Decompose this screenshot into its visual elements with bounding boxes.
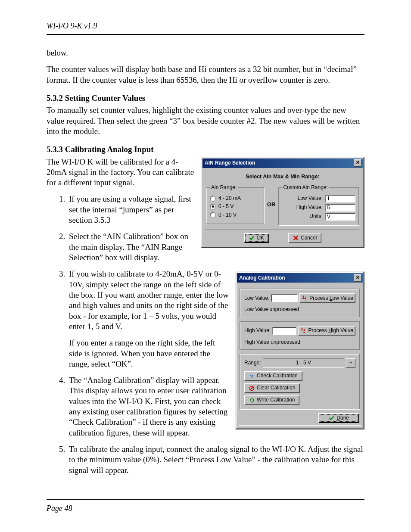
low-value-label: Low Value:	[244, 295, 269, 302]
process-high-value-button[interactable]: Process High Value	[298, 326, 355, 336]
low-value-input[interactable]	[325, 195, 355, 202]
heading-533: 5.3.3 Calibrating Analog Input	[47, 144, 364, 155]
range-label: Range:	[244, 360, 261, 366]
range-panel: Range: 1 - 5 V .. ? Check Calibration	[240, 354, 360, 410]
run-icon	[302, 296, 307, 301]
radio-label: 0 - 10 V	[218, 212, 237, 218]
paragraph-below: below.	[47, 48, 364, 58]
question-icon: ?	[249, 373, 255, 379]
range-value: 1 - 5 V	[263, 358, 344, 368]
process-low-label: Process Low Value	[309, 295, 353, 302]
check-icon	[249, 235, 255, 241]
radio-label: 4 - 20 mA	[218, 195, 241, 202]
process-high-label: Process High Value	[308, 327, 353, 334]
x-icon	[293, 235, 299, 241]
high-value-input[interactable]	[325, 204, 355, 212]
step-3: Analog Calibration ✕ Low Value: Process …	[67, 269, 364, 369]
check-icon	[329, 415, 334, 421]
step-2: Select the “AIN Calibration” box on the …	[67, 231, 211, 263]
dialog-title: Analog Calibration	[239, 275, 285, 281]
write-calibration-label: Write Calibration	[257, 397, 295, 403]
close-icon[interactable]: ✕	[354, 159, 361, 167]
done-label: Done	[336, 415, 349, 421]
recycle-icon	[249, 398, 255, 403]
high-value-status: High Value unprocessed	[244, 339, 355, 345]
ain-range-selection-dialog: AIN Range Selection ✕ Select Ain Max & M…	[201, 157, 364, 249]
high-value-panel: High Value: Process High Value High Valu…	[240, 321, 360, 350]
svg-point-1	[302, 328, 303, 329]
paragraph-533-intro: The WI-I/O K will be calibrated for a 4-…	[47, 157, 206, 188]
range-browse-button[interactable]: ..	[346, 358, 355, 368]
separator	[239, 425, 361, 425]
radio-icon	[210, 212, 216, 218]
svg-point-0	[303, 296, 304, 297]
dialog-heading: Select Ain Max & Min Range:	[205, 173, 360, 180]
low-value-input[interactable]	[271, 294, 298, 302]
step-5: To calibrate the analog input, connect t…	[67, 444, 364, 476]
top-rule	[47, 34, 364, 35]
clear-calibration-label: Clear Calibration	[257, 385, 295, 391]
clear-calibration-button[interactable]: Clear Calibration	[244, 383, 300, 393]
high-value-label: High Value:	[296, 204, 323, 211]
step-1: If you are using a voltage signal, first…	[67, 194, 211, 225]
ok-button[interactable]: OK	[244, 233, 269, 243]
units-label: Units:	[309, 213, 323, 220]
or-label: OR	[265, 201, 277, 208]
dialog-titlebar[interactable]: AIN Range Selection ✕	[202, 159, 363, 168]
radio-icon	[210, 204, 216, 210]
svg-text:?: ?	[250, 373, 253, 379]
dialog-title: AIN Range Selection	[205, 160, 255, 166]
custom-range-legend: Custom Ain Range:	[282, 184, 329, 191]
cancel-label: Cancel	[301, 235, 317, 241]
paragraph-532: To manually set counter values, highligh…	[47, 105, 364, 137]
paragraph-counter: The counter values will display both bas…	[47, 64, 364, 85]
low-value-panel: Low Value: Process Low Value Low Value u…	[240, 289, 360, 317]
radio-icon	[210, 196, 216, 202]
dialog-titlebar[interactable]: Analog Calibration ✕	[237, 273, 363, 283]
check-calibration-label: Check Calibration	[257, 373, 298, 379]
done-button[interactable]: Done	[318, 413, 359, 423]
process-low-value-button[interactable]: Process Low Value	[299, 293, 355, 303]
step-3-text: If you wish to calibrate to 4-20mA, 0-5V…	[69, 269, 229, 331]
bottom-rule	[47, 499, 364, 500]
units-input[interactable]	[325, 213, 355, 221]
radio-label: 0 - 5 V	[218, 203, 234, 210]
low-value-status: Low Value unprocessed	[244, 306, 355, 313]
running-head: WI-I/O 9-K v1.9	[47, 22, 364, 31]
svg-line-4	[250, 386, 253, 389]
high-value-label: High Value:	[244, 327, 271, 334]
cancel-button[interactable]: Cancel	[288, 233, 321, 243]
check-calibration-button[interactable]: ? Check Calibration	[244, 371, 302, 381]
close-icon[interactable]: ✕	[354, 274, 361, 282]
ok-label: OK	[257, 235, 264, 241]
page-number: Page 48	[47, 504, 364, 513]
radio-4-20ma[interactable]: 4 - 20 mA	[210, 195, 261, 202]
low-value-label: Low Value:	[298, 195, 323, 202]
run-icon	[300, 328, 306, 333]
high-value-input[interactable]	[272, 327, 296, 335]
ain-range-legend: Ain Range:	[210, 184, 238, 191]
heading-532: 5.3.2 Setting Counter Values	[47, 93, 364, 103]
no-icon	[249, 386, 255, 391]
analog-calibration-dialog: Analog Calibration ✕ Low Value: Process …	[235, 271, 364, 429]
radio-0-10v[interactable]: 0 - 10 V	[210, 212, 261, 218]
radio-0-5v[interactable]: 0 - 5 V	[210, 203, 261, 210]
write-calibration-button[interactable]: Write Calibration	[244, 395, 299, 405]
